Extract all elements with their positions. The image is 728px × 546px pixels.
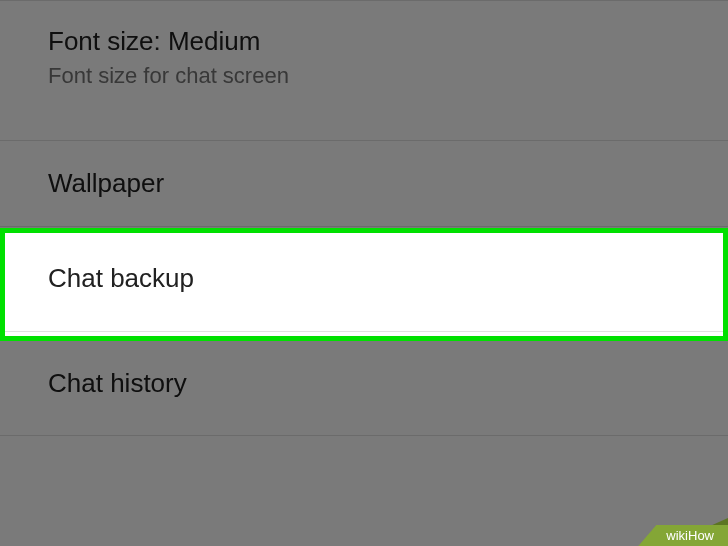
chat-backup-title: Chat backup xyxy=(48,262,194,296)
font-size-subtitle: Font size for chat screen xyxy=(48,63,680,89)
settings-list: Font size: Medium Font size for chat scr… xyxy=(0,0,728,436)
watermark-text: wikiHow xyxy=(638,525,728,546)
settings-item-chat-history[interactable]: Chat history xyxy=(0,331,728,436)
font-size-title: Font size: Medium xyxy=(48,25,680,59)
settings-screen: Font size: Medium Font size for chat scr… xyxy=(0,0,728,546)
settings-item-wallpaper[interactable]: Wallpaper xyxy=(0,140,728,226)
wallpaper-title: Wallpaper xyxy=(48,167,164,201)
watermark: wikiHow xyxy=(638,525,728,546)
chat-history-title: Chat history xyxy=(48,367,187,401)
settings-item-chat-backup[interactable]: Chat backup xyxy=(0,226,728,331)
watermark-accent xyxy=(710,518,728,526)
settings-item-font-size[interactable]: Font size: Medium Font size for chat scr… xyxy=(0,0,728,140)
